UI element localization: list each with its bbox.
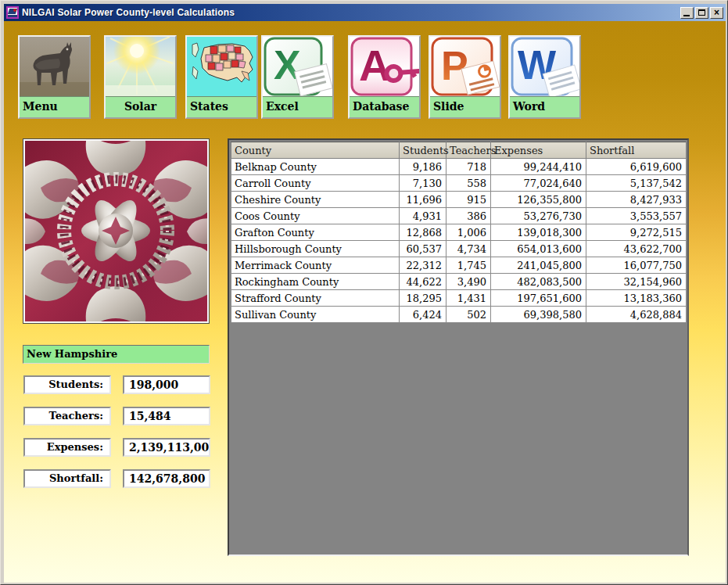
toolbar-button-solar[interactable]: Solar [104, 35, 177, 119]
value-cell: 482,083,500 [491, 274, 586, 290]
close-button[interactable]: × [710, 7, 723, 19]
value-cell: 7,130 [400, 175, 446, 192]
app-window: NILGAI Solar Power County-level Calculat… [0, 0, 728, 585]
value-cell: 1,431 [446, 290, 491, 307]
value-cell: 12,868 [400, 224, 446, 241]
column-header-students[interactable]: Students [400, 142, 446, 159]
table-row[interactable]: Rockingham County44,6223,490482,083,5003… [231, 274, 687, 290]
value-cell: 241,045,800 [491, 257, 586, 274]
value-cell: 386 [446, 208, 491, 224]
table-row[interactable]: Sullivan County6,42450269,398,5804,628,8… [231, 307, 687, 323]
toolbar-button-excel[interactable]: X Excel [261, 35, 334, 119]
expenses-value-field[interactable]: 2,139,113,000 [123, 438, 210, 457]
county-name-cell: Cheshire County [231, 192, 400, 208]
value-cell: 53,276,730 [491, 208, 586, 224]
column-header-county[interactable]: County [231, 142, 400, 159]
excel-icon: X [263, 37, 332, 96]
toolbar-button-label: States [187, 96, 256, 117]
value-cell: 5,137,542 [586, 175, 687, 192]
value-cell: 126,355,800 [491, 192, 586, 208]
value-cell: 502 [446, 307, 491, 323]
toolbar-button-database[interactable]: A Database [348, 35, 421, 119]
column-header-shortfall[interactable]: Shortfall [586, 142, 687, 159]
table-row[interactable]: Carroll County7,13055877,024,6405,137,54… [231, 175, 687, 192]
value-cell: 99,244,410 [491, 159, 586, 175]
maximize-button[interactable] [695, 7, 708, 19]
county-table[interactable]: CountyStudentsTeachersExpensesShortfall … [231, 142, 687, 323]
powerpoint-icon: P [430, 37, 500, 96]
value-cell: 4,628,884 [586, 307, 687, 323]
close-icon: × [711, 7, 723, 19]
table-row[interactable]: Strafford County18,2951,431197,651,60013… [231, 290, 687, 307]
value-cell: 3,490 [446, 274, 491, 290]
table-panel: CountyStudentsTeachersExpensesShortfall … [228, 138, 689, 556]
value-cell: 4,931 [400, 208, 446, 224]
value-cell: 22,312 [400, 257, 446, 274]
table-row[interactable]: Grafton County12,8681,006139,018,3009,27… [231, 224, 687, 241]
table-row[interactable]: Cheshire County11,696915126,355,8008,427… [231, 192, 687, 208]
nilgai-antelope-photo-icon [20, 37, 89, 96]
teachers-label: Teachers: [23, 407, 111, 425]
maximize-icon [698, 9, 705, 16]
county-name-cell: Rockingham County [231, 274, 400, 290]
shortfall-value-field[interactable]: 142,678,800 [123, 469, 210, 488]
county-name-cell: Carroll County [231, 175, 400, 192]
title-bar[interactable]: NILGAI Solar Power County-level Calculat… [4, 4, 726, 21]
toolbar-button-word[interactable]: W Word [508, 35, 581, 119]
table-row[interactable]: Hillsborough County60,5374,734654,013,60… [231, 241, 687, 257]
shortfall-label: Shortfall: [23, 469, 111, 488]
value-cell: 654,013,600 [491, 241, 586, 257]
value-cell: 558 [446, 175, 491, 192]
word-icon: W [510, 37, 579, 96]
table-row[interactable]: Coos County4,93138653,276,7303,553,557 [231, 208, 687, 224]
value-cell: 718 [446, 159, 491, 175]
county-name-cell: Hillsborough County [231, 241, 400, 257]
value-cell: 77,024,640 [491, 175, 586, 192]
county-name-cell: Sullivan County [231, 307, 400, 323]
students-label: Students: [23, 375, 111, 394]
toolbar-button-states[interactable]: States [185, 35, 258, 119]
toolbar-button-label: Slide [430, 96, 500, 117]
table-row[interactable]: Belknap County9,18671899,244,4106,619,60… [231, 159, 687, 175]
app-icon [6, 6, 19, 19]
toolbar-button-menu[interactable]: Menu [18, 35, 91, 119]
column-header-expenses[interactable]: Expenses [491, 142, 586, 159]
value-cell: 43,622,700 [586, 241, 687, 257]
access-database-icon: A [350, 37, 419, 96]
value-cell: 69,398,580 [491, 307, 586, 323]
state-name-bar: New Hampshire [23, 345, 210, 364]
toolbar-button-label: Excel [263, 96, 332, 117]
column-header-teachers[interactable]: Teachers [446, 142, 491, 159]
county-name-cell: Belknap County [231, 159, 400, 175]
value-cell: 6,424 [400, 307, 446, 323]
expenses-label: Expenses: [23, 438, 111, 457]
value-cell: 4,734 [446, 241, 491, 257]
county-name-cell: Strafford County [231, 290, 400, 307]
toolbar-button-label: Database [350, 96, 419, 117]
value-cell: 13,183,360 [586, 290, 687, 307]
value-cell: 60,537 [400, 241, 446, 257]
window-title: NILGAI Solar Power County-level Calculat… [22, 7, 235, 18]
table-row[interactable]: Merrimack County22,3121,745241,045,80016… [231, 257, 687, 274]
minimize-button[interactable] [680, 7, 694, 19]
value-cell: 139,018,300 [491, 224, 586, 241]
sun-sky-icon [106, 37, 175, 96]
us-states-map-icon [187, 37, 256, 96]
county-name-cell: Grafton County [231, 224, 400, 241]
value-cell: 9,272,515 [586, 224, 687, 241]
value-cell: 1,006 [446, 224, 491, 241]
value-cell: 11,696 [400, 192, 446, 208]
svg-text:A: A [359, 41, 390, 90]
value-cell: 32,154,960 [586, 274, 687, 290]
fractal-picture [23, 138, 210, 324]
value-cell: 18,295 [400, 290, 446, 307]
value-cell: 9,186 [400, 159, 446, 175]
value-cell: 1,745 [446, 257, 491, 274]
toolbar-button-slide[interactable]: P Slide [429, 35, 501, 119]
students-value-field[interactable]: 198,000 [123, 375, 210, 394]
toolbar-button-label: Solar [106, 96, 175, 117]
teachers-value-field[interactable]: 15,484 [123, 407, 210, 425]
value-cell: 915 [446, 192, 491, 208]
minimize-icon [683, 15, 690, 16]
value-cell: 44,622 [400, 274, 446, 290]
